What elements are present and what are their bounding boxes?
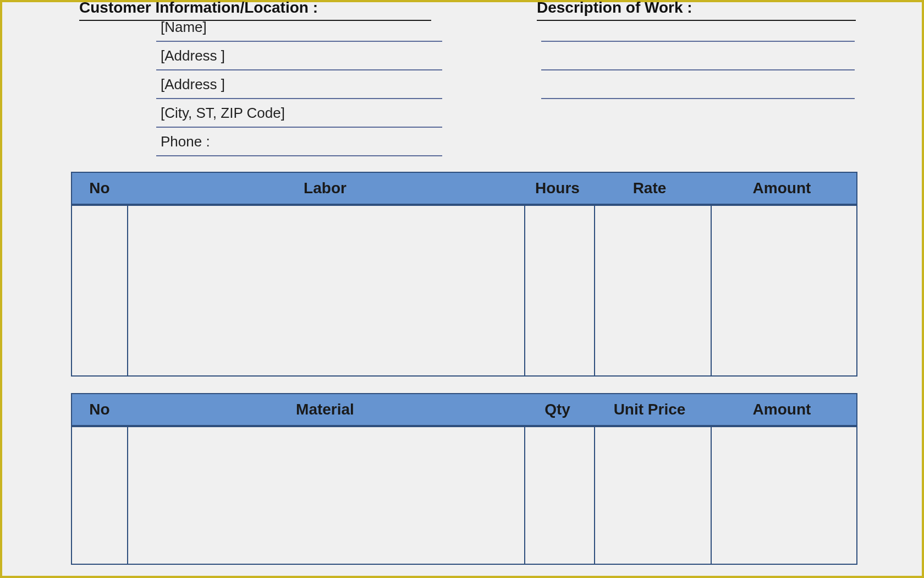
city-st-zip-field[interactable]: [City, ST, ZIP Code]	[156, 99, 442, 128]
labor-table-body[interactable]	[71, 206, 857, 377]
labor-col-amount: Amount	[707, 173, 856, 204]
description-line-1[interactable]	[541, 13, 855, 42]
description-block	[541, 13, 855, 99]
material-col-amount: Amount	[707, 394, 856, 425]
phone-field[interactable]: Phone :	[156, 128, 442, 156]
material-table-body[interactable]	[71, 427, 857, 565]
material-col-no: No	[72, 394, 127, 425]
labor-table: No Labor Hours Rate Amount	[71, 172, 857, 377]
labor-col-hours: Hours	[523, 173, 592, 204]
name-field[interactable]: [Name]	[156, 13, 442, 42]
labor-col-no: No	[72, 173, 127, 204]
labor-table-header: No Labor Hours Rate Amount	[71, 172, 857, 206]
material-col-qty: Qty	[523, 394, 592, 425]
material-table: No Material Qty Unit Price Amount	[71, 393, 857, 565]
customer-info-block: [Name] [Address ] [Address ] [City, ST, …	[156, 13, 442, 156]
material-col-unitprice: Unit Price	[592, 394, 707, 425]
labor-col-labor: Labor	[127, 173, 523, 204]
description-line-3[interactable]	[541, 70, 855, 99]
address2-field[interactable]: [Address ]	[156, 70, 442, 99]
material-table-header: No Material Qty Unit Price Amount	[71, 393, 857, 427]
material-col-material: Material	[127, 394, 523, 425]
labor-col-rate: Rate	[592, 173, 707, 204]
address1-field[interactable]: [Address ]	[156, 42, 442, 70]
description-line-2[interactable]	[541, 42, 855, 70]
work-order-form: Customer Information/Location : Descript…	[0, 0, 924, 578]
